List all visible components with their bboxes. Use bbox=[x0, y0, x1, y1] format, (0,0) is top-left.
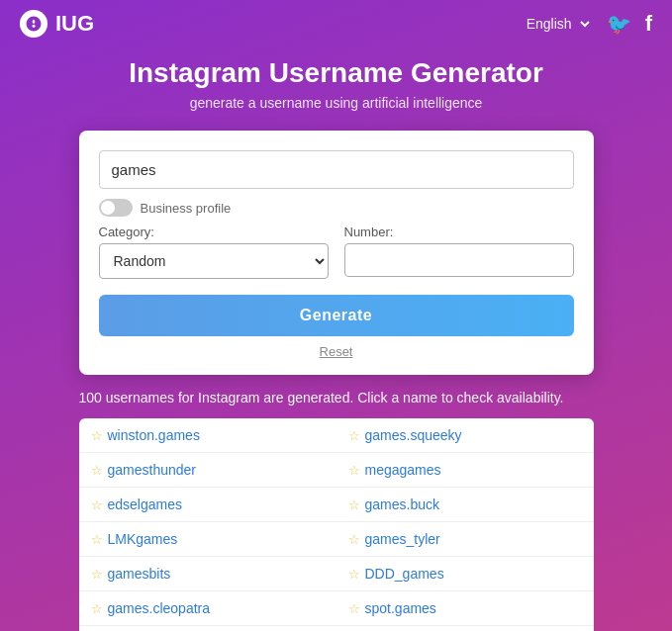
star-icon: ☆ bbox=[91, 497, 103, 512]
star-icon: ☆ bbox=[91, 567, 103, 582]
twitter-icon[interactable]: 🐦 bbox=[607, 12, 631, 36]
star-icon: ☆ bbox=[348, 497, 360, 512]
username-right[interactable]: ☆spot.games bbox=[336, 590, 594, 625]
generate-button[interactable]: Generate bbox=[99, 295, 574, 336]
number-label: Number: bbox=[344, 225, 574, 239]
results-section: 100 usernames for Instagram are generate… bbox=[79, 389, 594, 631]
hero-section: Instagram Username Generator generate a … bbox=[0, 47, 672, 131]
logo-area: IUG bbox=[20, 10, 94, 38]
star-icon: ☆ bbox=[348, 532, 360, 547]
main-card: Business profile Category: Random Person… bbox=[79, 131, 594, 375]
results-info: 100 usernames for Instagram are generate… bbox=[79, 389, 594, 408]
username-left[interactable]: ☆semag bbox=[79, 625, 336, 631]
business-toggle-row: Business profile bbox=[99, 199, 574, 217]
table-row: ☆semag☆games.zack bbox=[79, 625, 594, 631]
category-group: Category: Random Personal Business Creat… bbox=[99, 225, 329, 279]
star-icon: ☆ bbox=[348, 428, 360, 443]
star-icon: ☆ bbox=[91, 601, 103, 616]
table-row: ☆gamesbits☆DDD_games bbox=[79, 556, 594, 590]
number-input[interactable] bbox=[344, 243, 574, 277]
search-input[interactable] bbox=[99, 150, 574, 189]
username-left[interactable]: ☆games.cleopatra bbox=[79, 590, 336, 625]
table-row: ☆winston.games☆games.squeeky bbox=[79, 418, 594, 453]
star-icon: ☆ bbox=[348, 463, 360, 478]
star-icon: ☆ bbox=[91, 428, 103, 443]
star-icon: ☆ bbox=[348, 567, 360, 582]
results-table: ☆winston.games☆games.squeeky☆gamesthunde… bbox=[79, 418, 594, 631]
toggle-label: Business profile bbox=[141, 201, 232, 216]
form-row: Category: Random Personal Business Creat… bbox=[99, 225, 574, 279]
logo-text: IUG bbox=[55, 11, 94, 37]
username-left[interactable]: ☆edselgames bbox=[79, 487, 336, 521]
username-left[interactable]: ☆LMKgames bbox=[79, 521, 336, 556]
table-row: ☆edselgames☆games.buck bbox=[79, 487, 594, 521]
language-select[interactable]: English Spanish French bbox=[523, 15, 593, 33]
table-row: ☆games.cleopatra☆spot.games bbox=[79, 590, 594, 625]
number-group: Number: bbox=[344, 225, 574, 279]
svg-point-1 bbox=[33, 25, 36, 28]
table-row: ☆LMKgames☆games_tyler bbox=[79, 521, 594, 556]
username-left[interactable]: ☆gamesthunder bbox=[79, 452, 336, 487]
star-icon: ☆ bbox=[348, 601, 360, 616]
username-right[interactable]: ☆megagames bbox=[336, 452, 594, 487]
star-icon: ☆ bbox=[91, 532, 103, 547]
facebook-icon[interactable]: f bbox=[645, 11, 652, 37]
username-right[interactable]: ☆games.squeeky bbox=[336, 418, 594, 453]
table-row: ☆gamesthunder☆megagames bbox=[79, 452, 594, 487]
username-right[interactable]: ☆DDD_games bbox=[336, 556, 594, 590]
username-right[interactable]: ☆games.buck bbox=[336, 487, 594, 521]
username-left[interactable]: ☆gamesbits bbox=[79, 556, 336, 590]
username-right[interactable]: ☆games_tyler bbox=[336, 521, 594, 556]
reset-link[interactable]: Reset bbox=[99, 344, 574, 359]
username-right[interactable]: ☆games.zack bbox=[336, 625, 594, 631]
category-select[interactable]: Random Personal Business Creative Fun bbox=[99, 243, 329, 279]
business-toggle[interactable] bbox=[99, 199, 133, 217]
category-label: Category: bbox=[99, 225, 329, 239]
logo-icon bbox=[20, 10, 48, 38]
header-right: English Spanish French 🐦 f bbox=[523, 11, 652, 37]
page-title: Instagram Username Generator bbox=[20, 57, 652, 89]
username-left[interactable]: ☆winston.games bbox=[79, 418, 336, 453]
star-icon: ☆ bbox=[91, 463, 103, 478]
page-subtitle: generate a username using artificial int… bbox=[20, 95, 652, 111]
